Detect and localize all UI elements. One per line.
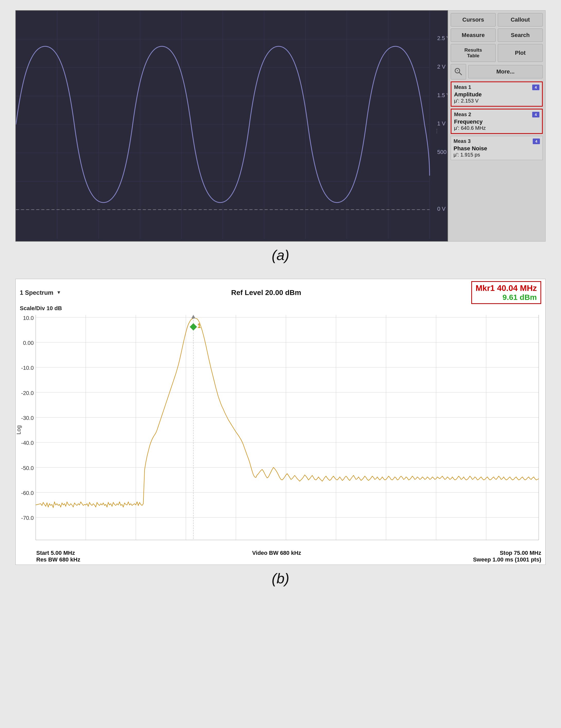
meas3-header: Meas 3 4 <box>454 138 540 144</box>
magnifier-icon <box>454 67 463 76</box>
svg-text:-60.0: -60.0 <box>21 490 34 496</box>
svg-text:⋮: ⋮ <box>434 128 439 134</box>
meas2-card: Meas 2 4 Frequency μ': 640.6 MHz <box>451 109 543 134</box>
svg-text:1: 1 <box>197 322 201 329</box>
spectrum-ref-level: Ref Level 20.00 dBm <box>61 289 471 297</box>
meas1-badge: 4 <box>532 85 539 90</box>
footer-right: Stop 75.00 MHz Sweep 1.00 ms (1001 pts) <box>473 550 541 563</box>
results-table-button[interactable]: Results Table <box>451 44 496 62</box>
meas1-title: Meas 1 <box>454 84 471 90</box>
spectrum-title: 1 Spectrum <box>20 289 53 296</box>
cursors-button[interactable]: Cursors <box>451 13 496 26</box>
svg-text:0 V: 0 V <box>437 206 446 212</box>
svg-text:-20.0: -20.0 <box>21 390 34 396</box>
spectrum-header: 1 Spectrum ▼ Ref Level 20.00 dBm Mkr1 40… <box>16 279 545 304</box>
spectrum-dropdown-icon[interactable]: ▼ <box>57 290 61 295</box>
meas1-name: Amplitude <box>454 91 539 98</box>
svg-text:10.0: 10.0 <box>23 315 34 321</box>
svg-text:2 V: 2 V <box>437 63 446 70</box>
meas2-title: Meas 2 <box>454 112 471 117</box>
toolbar-row-1: Cursors Callout <box>451 13 543 26</box>
section-a-label: (a) <box>272 247 289 263</box>
toolbar-row-3: Results Table Plot <box>451 44 543 62</box>
spectrum-svg: 10.0 0.00 -10.0 -20.0 -30.0 -40.0 -50.0 … <box>16 312 541 548</box>
section-a-inner: 2.5 V 2 V 1.5 V 1 V 500 mV 0 V ⋮ Cursors… <box>15 10 546 242</box>
spectrum-plot-wrapper: 10.0 0.00 -10.0 -20.0 -30.0 -40.0 -50.0 … <box>16 312 541 548</box>
svg-text:0.00: 0.00 <box>23 340 34 346</box>
start-freq: Start 5.00 MHz <box>36 550 80 556</box>
search-magnifier-icon[interactable] <box>451 64 466 79</box>
svg-text:1.5 V: 1.5 V <box>437 92 447 98</box>
meas3-card: Meas 3 4 Phase Noise μ': 1.915 ps <box>451 136 543 160</box>
plot-button[interactable]: Plot <box>498 44 543 62</box>
meas1-value: μ': 2.153 V <box>454 98 539 104</box>
sweep: Sweep 1.00 ms (1001 pts) <box>473 556 541 563</box>
footer-center: Video BW 680 kHz <box>252 550 301 563</box>
toolbar-row-2: Measure Search <box>451 29 543 42</box>
meas2-badge: 4 <box>532 112 539 117</box>
meas3-badge: 4 <box>533 139 540 144</box>
footer-left: Start 5.00 MHz Res BW 680 kHz <box>36 550 80 563</box>
svg-text:-40.0: -40.0 <box>21 440 34 446</box>
svg-text:500 mV: 500 mV <box>437 149 447 155</box>
oscilloscope-display: 2.5 V 2 V 1.5 V 1 V 500 mV 0 V ⋮ <box>15 10 448 242</box>
meas1-card: Meas 1 4 Amplitude μ': 2.153 V <box>451 81 543 107</box>
more-button[interactable]: More... <box>468 65 543 78</box>
svg-marker-61 <box>190 323 197 330</box>
spectrum-container: 1 Spectrum ▼ Ref Level 20.00 dBm Mkr1 40… <box>15 279 546 565</box>
search-button[interactable]: Search <box>498 29 543 42</box>
svg-text:Log: Log <box>16 425 22 435</box>
svg-text:-30.0: -30.0 <box>21 415 34 421</box>
section-b: 1 Spectrum ▼ Ref Level 20.00 dBm Mkr1 40… <box>15 279 546 587</box>
meas2-name: Frequency <box>454 118 539 125</box>
meas2-value: μ': 640.6 MHz <box>454 125 539 131</box>
meas3-name: Phase Noise <box>454 145 540 152</box>
section-a: 2.5 V 2 V 1.5 V 1 V 500 mV 0 V ⋮ Cursors… <box>15 10 546 263</box>
svg-text:1 V: 1 V <box>437 120 446 127</box>
svg-text:-50.0: -50.0 <box>21 465 34 471</box>
res-bw: Res BW 680 kHz <box>36 556 80 563</box>
svg-line-26 <box>459 72 462 75</box>
spectrum-footer: Start 5.00 MHz Res BW 680 kHz Video BW 6… <box>16 548 545 565</box>
marker-freq: Mkr1 40.04 MHz <box>476 283 537 293</box>
video-bw: Video BW 680 kHz <box>252 550 301 556</box>
measure-button[interactable]: Measure <box>451 29 496 42</box>
svg-text:-70.0: -70.0 <box>21 515 34 521</box>
svg-text:-10.0: -10.0 <box>21 365 34 371</box>
right-panel: Cursors Callout Measure Search Results T… <box>448 10 546 242</box>
marker-power: 9.61 dBm <box>476 293 537 302</box>
spectrum-scale: Scale/Div 10 dB <box>20 305 62 312</box>
main-container: 2.5 V 2 V 1.5 V 1 V 500 mV 0 V ⋮ Cursors… <box>0 0 561 728</box>
more-row: More... <box>451 64 543 79</box>
section-b-label: (b) <box>272 570 289 587</box>
callout-button[interactable]: Callout <box>498 13 543 26</box>
spectrum-title-area: 1 Spectrum ▼ <box>20 289 61 296</box>
svg-text:2.5 V: 2.5 V <box>437 35 447 41</box>
meas2-header: Meas 2 4 <box>454 112 539 117</box>
svg-marker-63 <box>191 315 195 318</box>
meas1-header: Meas 1 4 <box>454 84 539 90</box>
meas3-title: Meas 3 <box>454 138 471 144</box>
marker-readout: Mkr1 40.04 MHz 9.61 dBm <box>471 281 541 304</box>
scale-row: Scale/Div 10 dB <box>16 304 545 312</box>
osc-grid-svg: 2.5 V 2 V 1.5 V 1 V 500 mV 0 V ⋮ <box>16 11 447 239</box>
stop-freq: Stop 75.00 MHz <box>473 550 541 556</box>
meas3-value: μ': 1.915 ps <box>454 152 540 158</box>
